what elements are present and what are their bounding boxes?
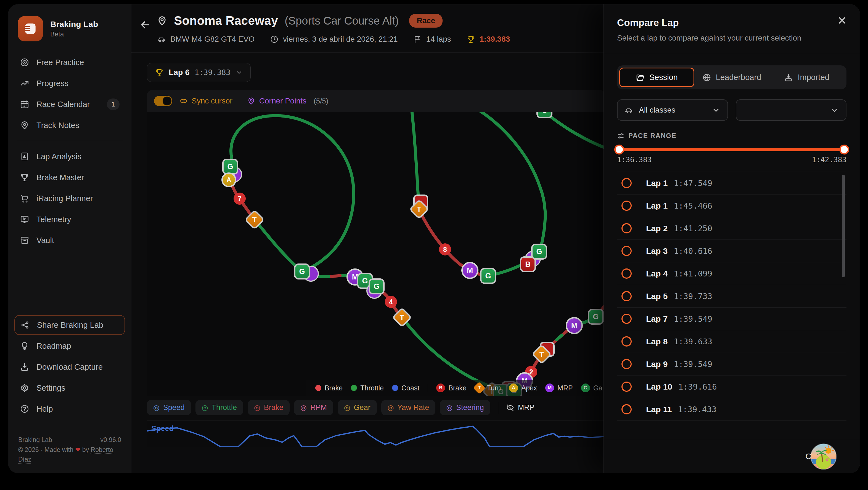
lap-list[interactable]: Lap 11:47.549Lap 11:45.466Lap 21:41.250L… [617,172,846,440]
lap-radio[interactable] [621,336,632,347]
channel-chip-yaw-rate[interactable]: ◎Yaw Rate [381,400,436,415]
track-marker-M[interactable]: M [566,317,583,334]
track-map[interactable]: GA7TGMGG4TT8MGBGGMGT2MTGG BrakeThrottleC… [147,112,605,396]
sidebar-item-lap-analysis[interactable]: Lap Analysis [14,146,125,166]
lap-row-lap-4-4[interactable]: Lap 41:41.099 [617,262,846,285]
filechart-icon [20,152,29,161]
legend-brake: Brake [315,384,343,392]
track-marker-7[interactable]: 7 [234,193,246,205]
pace-min-handle[interactable] [614,144,624,155]
selected-lap-label: Lap 6 [169,68,190,77]
pace-range-slider[interactable] [619,148,844,151]
close-icon[interactable] [837,15,847,26]
track-visualization: Sync cursor Corner Points (5/5) [147,90,605,447]
track-marker-4[interactable]: 4 [385,296,397,308]
trophy-icon [467,35,475,43]
lap-row-lap-1-1[interactable]: Lap 11:45.466 [617,195,846,217]
lap-time: 1:39.633 [674,337,712,346]
lap-row-lap-1-0[interactable]: Lap 11:47.549 [617,172,846,195]
pace-range-label: PACE RANGE [628,132,676,140]
class-filter-select[interactable]: All classes [617,99,728,121]
car-meta: BMW M4 G82 GT4 EVO [157,35,254,43]
sidebar-item-telemetry[interactable]: Telemetry [14,209,125,229]
track-marker-G[interactable]: G [480,268,496,284]
track-marker-G[interactable]: G [531,243,547,260]
sidebar-item-label: Progress [36,79,68,88]
sidebar-item-iracing-planner[interactable]: iRacing Planner [14,189,125,208]
lap-label: Lap 11 [646,405,672,414]
mrp-visibility-toggle[interactable]: MRP [506,403,534,412]
sidebar-item-free-practice[interactable]: Free Practice [14,53,125,72]
sidebar-item-download-capture[interactable]: Download Capture [14,357,125,377]
sidebar-item-track-notes[interactable]: Track Notes [14,115,125,135]
lap-radio[interactable] [621,201,632,211]
channel-chip-steering[interactable]: ◎Steering [440,400,490,415]
lap-radio[interactable] [621,223,632,233]
speed-chart[interactable]: Speed [147,420,605,447]
lap-selector[interactable]: Lap 6 1:39.383 [147,63,251,82]
location-pin-icon [157,15,167,26]
lap-label: Lap 1 [646,201,668,210]
lap-radio[interactable] [621,314,632,324]
track-marker-M[interactable]: M [461,262,478,279]
channel-chip-gear[interactable]: ◎Gear [338,400,377,415]
lap-row-lap-5-5[interactable]: Lap 51:39.733 [617,285,846,307]
sync-cursor-toggle[interactable] [154,96,172,106]
lap-row-lap-3-3[interactable]: Lap 31:40.616 [617,240,846,262]
back-arrow-button[interactable] [139,19,151,31]
scrollbar-thumb[interactable] [842,175,845,277]
lap-time: 1:39.733 [674,292,712,301]
map-legend: BrakeThrottleCoastBBrakeTTurnAApexMMRPGG… [306,380,605,396]
lap-row-lap-11-10[interactable]: Lap 111:39.433 [617,398,846,421]
lap-radio[interactable] [621,404,632,415]
lap-row-lap-8-7[interactable]: Lap 81:39.633 [617,330,846,353]
lap-radio[interactable] [621,291,632,301]
track-marker-G[interactable]: G [536,112,552,118]
pace-max-handle[interactable] [839,144,849,155]
lap-radio[interactable] [621,268,632,279]
channel-chip-throttle[interactable]: ◎Throttle [195,400,243,415]
lap-label: Lap 10 [646,382,672,392]
lap-radio[interactable] [621,359,632,369]
lap-label: Lap 7 [646,314,668,324]
archive-icon [20,236,29,245]
track-marker-G[interactable]: G [369,279,384,294]
link-icon [180,97,188,105]
corner-points-button[interactable]: Corner Points [247,97,306,105]
sidebar-item-share[interactable]: Share Braking Lab [14,315,125,335]
panel-tab-imported[interactable]: Imported [769,68,844,87]
secondary-filter-select[interactable] [736,99,847,121]
track-marker-A[interactable]: A [221,172,236,187]
lap-row-lap-9-8[interactable]: Lap 91:39.549 [617,353,846,375]
track-marker-G[interactable]: G [588,309,604,325]
sidebar-item-race-calendar[interactable]: Race Calendar1 [14,94,125,114]
sidebar-item-progress[interactable]: Progress [14,73,125,93]
channel-ring-icon: ◎ [344,403,350,412]
corner-points-count: (5/5) [314,97,328,105]
lap-row-lap-2-2[interactable]: Lap 21:41.250 [617,217,846,240]
sidebar-item-settings[interactable]: Settings [14,378,125,398]
sidebar-item-brake-master[interactable]: Brake Master [14,167,125,187]
panel-tab-session[interactable]: Session [619,68,694,87]
track-marker-G[interactable]: G [222,159,238,175]
eyeoff-icon [506,404,514,412]
sidebar-item-roadmap[interactable]: Roadmap [14,336,125,356]
lap-row-lap-10-9[interactable]: Lap 101:39.616 [617,375,846,398]
track-marker-8[interactable]: 8 [439,243,451,256]
lap-radio[interactable] [621,246,632,256]
lap-row-lap-7-6[interactable]: Lap 71:39.549 [617,307,846,330]
chevron-down-icon [712,106,720,115]
calendar-icon [20,100,29,109]
car-icon [157,35,166,43]
footer-credit: © 2026 · Made with ❤ by Roberto Díaz [18,445,121,465]
lap-radio[interactable] [621,178,632,188]
channel-chip-rpm[interactable]: ◎RPM [294,400,333,415]
lap-radio[interactable] [621,382,632,392]
channel-chip-brake[interactable]: ◎Brake [248,400,289,415]
channel-chip-speed[interactable]: ◎Speed [147,400,191,415]
sync-cursor-label[interactable]: Sync cursor [180,97,232,105]
panel-tab-leaderboard[interactable]: Leaderboard [694,68,769,87]
sidebar-item-vault[interactable]: Vault [14,230,125,250]
sidebar-item-help[interactable]: Help [14,399,125,419]
track-marker-G[interactable]: G [294,263,310,280]
